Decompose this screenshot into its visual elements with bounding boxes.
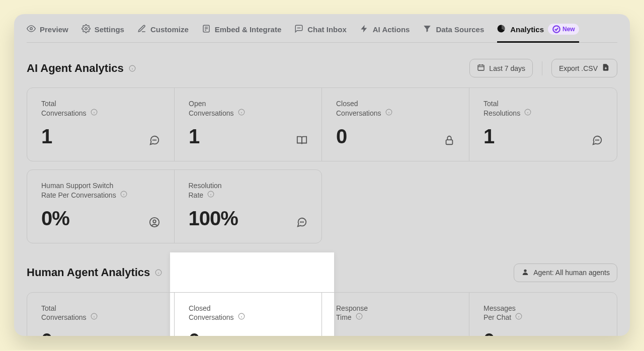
card-title-line: Open	[189, 99, 307, 109]
card-open-conversations[interactable]: Open Conversations 1	[175, 88, 322, 161]
gear-icon	[82, 24, 91, 35]
card-value: 1	[484, 125, 494, 148]
tab-embed[interactable]: Embed & Integrate	[202, 22, 282, 43]
card-human-switch-rate[interactable]: Human Support Switch Rate Per Conversati…	[27, 170, 175, 243]
info-icon[interactable]	[238, 109, 245, 118]
svg-rect-29	[446, 140, 453, 144]
svg-point-45	[302, 222, 302, 222]
info-icon[interactable]	[356, 313, 363, 322]
svg-point-34	[597, 140, 598, 140]
funnel-icon	[423, 24, 432, 35]
info-icon[interactable]	[207, 191, 214, 200]
card-title-line: Conversations	[189, 313, 234, 322]
section-title-text: AI Agent Analytics	[27, 62, 124, 75]
tab-preview[interactable]: Preview	[27, 22, 68, 43]
card-title-line: Total	[41, 304, 160, 313]
card-title-line: Resolutions	[484, 109, 520, 118]
pie-chart-icon	[497, 24, 506, 35]
document-icon	[202, 24, 211, 35]
card-value: 1	[189, 125, 199, 148]
card-closed-conversations[interactable]: Closed Conversations 0	[322, 88, 469, 161]
tab-label: Analytics	[510, 25, 544, 34]
section-title-text: Human Agent Analytics	[27, 266, 150, 279]
speech-bubble-icon	[149, 135, 160, 148]
date-range-button[interactable]: Last 7 days	[469, 59, 533, 77]
card-title-line: Human Support Switch	[41, 181, 160, 191]
card-title-line: Resolution	[189, 181, 308, 191]
bolt-icon	[360, 24, 369, 35]
tab-label: Chat Inbox	[307, 25, 347, 34]
card-title-line: Closed	[336, 99, 455, 109]
card-messages-per-chat[interactable]: Messages Per Chat 0	[469, 293, 617, 336]
ai-cards-row-1: Total Conversations 1 Open Conversations	[27, 87, 617, 161]
info-icon[interactable]	[238, 313, 245, 322]
card-title-line: Total	[41, 99, 160, 109]
download-file-icon	[602, 63, 610, 73]
tab-bar: Preview Settings Customize Embed & Integ…	[27, 14, 617, 43]
card-title-line: Conversations	[41, 109, 87, 118]
info-icon[interactable]	[155, 266, 162, 279]
info-icon[interactable]	[515, 313, 522, 322]
svg-point-20	[153, 140, 153, 140]
date-range-label: Last 7 days	[489, 64, 525, 72]
card-human-total-conversations[interactable]: Total Conversations 0	[27, 293, 175, 336]
tab-label: Settings	[95, 25, 124, 34]
user-icon	[521, 268, 529, 278]
card-human-closed-conversations[interactable]: Closed Conversations 0	[175, 293, 322, 336]
card-title-line: Rate Per Conversations	[41, 191, 116, 200]
export-csv-button[interactable]: Export .CSV	[551, 59, 617, 77]
tab-label: AI Actions	[373, 25, 410, 34]
card-total-resolutions[interactable]: Total Resolutions 1	[469, 88, 617, 161]
svg-point-33	[596, 140, 596, 140]
svg-point-8	[300, 28, 300, 28]
card-title-line: Conversations	[189, 109, 234, 118]
tab-settings[interactable]: Settings	[82, 22, 124, 43]
tab-customize[interactable]: Customize	[137, 22, 189, 43]
card-title-line: Conversations	[336, 109, 381, 118]
card-value: 0 seconds	[336, 333, 411, 336]
card-resolution-rate[interactable]: Resolution Rate 100%	[175, 170, 322, 243]
card-title-line: Closed	[189, 304, 307, 313]
new-badge: New	[548, 24, 579, 35]
speech-bubble-icon	[296, 217, 307, 230]
tab-analytics[interactable]: Analytics New	[497, 21, 579, 43]
card-total-conversations[interactable]: Total Conversations 1	[27, 88, 175, 161]
human-cards-row: Total Conversations 0 Closed Conversatio…	[27, 292, 617, 336]
svg-point-6	[298, 28, 298, 28]
svg-point-21	[154, 140, 155, 140]
info-icon[interactable]	[129, 62, 136, 75]
tab-label: Customize	[150, 25, 189, 34]
card-value: 0	[41, 329, 52, 336]
svg-point-40	[153, 220, 156, 223]
card-title-line: Per Chat	[484, 313, 511, 322]
ai-cards-row-2: Human Support Switch Rate Per Conversati…	[27, 169, 617, 243]
card-response-time[interactable]: Response Time 0 seconds	[322, 293, 469, 336]
svg-rect-13	[478, 65, 484, 70]
card-title-line: Rate	[189, 191, 204, 200]
svg-point-1	[85, 27, 87, 30]
info-icon[interactable]	[91, 109, 98, 118]
card-value: 100%	[189, 207, 238, 230]
info-icon[interactable]	[120, 191, 127, 200]
book-open-icon	[296, 135, 307, 148]
card-title-line: Messages	[484, 304, 603, 313]
card-value: 0	[484, 329, 494, 336]
svg-point-22	[155, 140, 156, 140]
card-value: 0%	[41, 207, 69, 230]
tab-inbox[interactable]: Chat Inbox	[294, 22, 347, 43]
new-badge-label: New	[562, 26, 575, 33]
svg-point-7	[299, 28, 299, 28]
tab-sources[interactable]: Data Sources	[423, 22, 484, 43]
lock-icon	[444, 135, 455, 148]
card-value: 0	[336, 125, 347, 148]
card-title-line: Conversations	[41, 313, 87, 322]
info-icon[interactable]	[91, 313, 98, 322]
tab-actions[interactable]: AI Actions	[360, 22, 410, 43]
user-circle-icon	[149, 217, 160, 230]
info-icon[interactable]	[524, 109, 531, 118]
agent-filter-button[interactable]: Agent: All human agents	[514, 264, 617, 282]
tab-label: Data Sources	[436, 25, 484, 34]
tab-label: Embed & Integrate	[215, 25, 282, 34]
svg-point-35	[598, 140, 599, 140]
info-icon[interactable]	[385, 109, 392, 118]
